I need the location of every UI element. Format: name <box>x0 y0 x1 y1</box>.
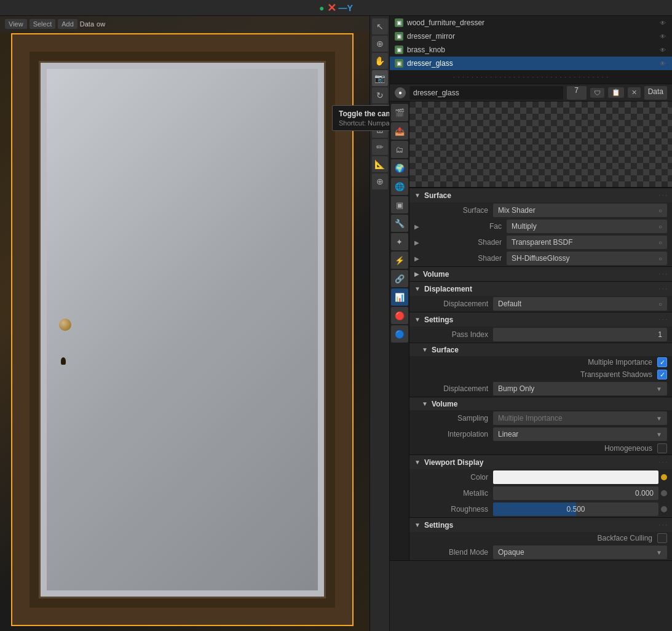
color-dot[interactable] <box>661 474 667 480</box>
data-delete[interactable]: ✕ <box>628 87 641 98</box>
top-bar: ● ✕ —Y <box>0 0 672 16</box>
displacement-section-title: Displacement <box>424 285 472 293</box>
axis-widget: ● ✕ —Y <box>319 1 353 15</box>
toolbar-move[interactable]: ✋ <box>372 53 388 69</box>
sampling-dropdown[interactable]: Multiple Importance ▼ <box>493 411 667 425</box>
blend-mode-label: Blend Mode <box>414 548 488 557</box>
tab-modifier[interactable]: 🔧 <box>391 215 408 232</box>
object-item[interactable]: ▣ dresser_mirror 👁 <box>390 30 672 43</box>
toolbar-measure[interactable]: 📐 <box>372 156 388 172</box>
toolbar-rotate[interactable]: ↻ <box>372 87 388 103</box>
fac-label: Fac <box>428 222 502 231</box>
object-item[interactable]: ▣ brass_knob 👁 <box>390 43 672 57</box>
obj-ctrl[interactable]: 👁 <box>658 18 667 27</box>
displacement2-row: Displacement Bump Only ▼ <box>409 381 672 397</box>
prop-tabs: 🎬 📤 🗂 🌍 🌐 ▣ 🔧 ✦ ⚡ 🔗 📊 🔴 🔵 <box>390 101 409 560</box>
data-name-input[interactable] <box>409 86 563 100</box>
homogeneous-label: Homogeneous <box>604 444 652 453</box>
settings-section-header[interactable]: ▼ Settings · · · <box>409 312 672 327</box>
color-label: Color <box>414 473 488 482</box>
color-picker[interactable] <box>493 470 658 484</box>
tab-scene[interactable]: 🌍 <box>391 159 408 177</box>
roughness-dot[interactable] <box>661 506 667 512</box>
tab-constraints[interactable]: 🔗 <box>391 270 408 287</box>
axis-y-label: —Y <box>339 3 353 13</box>
displacement2-dropdown[interactable]: Bump Only ▼ <box>493 382 667 395</box>
displacement-section-header[interactable]: ▼ Displacement · · · <box>409 281 672 296</box>
data-shield[interactable]: 🛡 <box>590 88 604 98</box>
volume-sub-header[interactable]: ▼ Volume <box>409 397 672 410</box>
obj-icon: ▣ <box>395 59 403 68</box>
tab-view-layer[interactable]: 🗂 <box>391 141 408 158</box>
metallic-dot[interactable] <box>661 490 667 496</box>
surface-section-header[interactable]: ▼ Surface · · · <box>409 188 672 202</box>
tab-shader[interactable]: 🔵 <box>391 325 408 343</box>
tab-particles[interactable]: ✦ <box>391 233 408 250</box>
settings-sub-header[interactable]: ▼ Settings · · · <box>409 517 672 532</box>
surface-prop-row: Surface Mix Shader ○ <box>409 202 672 218</box>
data-number: 7 <box>567 86 587 100</box>
data-type-dropdown[interactable]: Data <box>644 86 667 100</box>
backface-culling-label: Backface Culling <box>598 534 652 542</box>
homogeneous-checkbox[interactable] <box>657 443 667 453</box>
toolbar-add[interactable]: ⊕ <box>372 173 388 189</box>
tab-render[interactable]: 🎬 <box>391 104 408 121</box>
viewport[interactable]: View Select Add Data ow ↖ ⊕ ✋ 📷 ↻ ⇲ ⊞ ✏ … <box>0 16 389 631</box>
metallic-input[interactable] <box>493 486 658 500</box>
volume-section-title: Volume <box>423 270 449 279</box>
tab-material[interactable]: 🔴 <box>391 307 408 324</box>
interpolation-label: Interpolation <box>414 430 488 439</box>
color-row: Color <box>409 469 672 485</box>
surface-sub-header[interactable]: ▼ Surface <box>409 343 672 356</box>
tab-world[interactable]: 🌐 <box>391 178 408 195</box>
volume-sub-title: Volume <box>432 400 457 408</box>
shader2-dropdown[interactable]: SH-DiffuseGlossy ○ <box>507 252 667 265</box>
obj-ctrl[interactable]: 👁 <box>658 59 667 68</box>
preview-dots: · · · <box>661 104 670 111</box>
blend-mode-dropdown[interactable]: Opaque ▼ <box>493 546 667 559</box>
surface-label: Surface <box>414 206 488 215</box>
tooltip-title: Toggle the camera view <box>339 109 389 118</box>
fac-dropdown[interactable]: Multiply ○ <box>507 220 667 233</box>
surface-dropdown[interactable]: Mix Shader ○ <box>493 204 667 217</box>
toolbar-select[interactable]: ↖ <box>372 18 388 34</box>
toolbar-camera[interactable]: 📷 <box>372 70 388 86</box>
shader1-label: Shader <box>428 238 502 247</box>
obj-ctrl[interactable]: 👁 <box>658 46 667 54</box>
surface-sub: ▼ Surface Multiple Importance ✓ Transpar… <box>409 343 672 397</box>
list-scrollbar: · · · · · · · · · · · · · · · · · · · · … <box>390 70 672 84</box>
backface-culling-row: Backface Culling <box>409 532 672 544</box>
add-btn[interactable]: Add <box>58 19 77 29</box>
tab-data[interactable]: 📊 <box>391 288 408 306</box>
view-btn[interactable]: View <box>5 19 27 29</box>
displacement-arrow: ▼ <box>414 285 421 292</box>
obj-name: dresser_mirror <box>407 32 455 41</box>
shader1-dropdown[interactable]: Transparent BSDF ○ <box>507 236 667 249</box>
interpolation-dropdown[interactable]: Linear ▼ <box>493 427 667 441</box>
volume-section-header[interactable]: ▶ Volume · · · <box>409 266 672 281</box>
active-object-item[interactable]: ▣ dresser_glass 👁 <box>390 57 672 70</box>
tab-physics[interactable]: ⚡ <box>391 252 408 269</box>
select-btn[interactable]: Select <box>30 19 56 29</box>
toolbar-cursor[interactable]: ⊕ <box>372 36 388 52</box>
backface-culling-checkbox[interactable] <box>657 533 667 543</box>
props-panel[interactable]: ▼ Surface · · · Surface Mix Shader ○ <box>409 188 672 560</box>
toolbar-annotate[interactable]: ✏ <box>372 139 388 155</box>
obj-ctrl[interactable]: 👁 <box>658 32 667 41</box>
object-item[interactable]: ▣ wood_furniture_dresser 👁 <box>390 16 672 30</box>
pass-index-input[interactable] <box>493 328 667 341</box>
multiple-importance-label: Multiple Importance <box>588 358 652 367</box>
transparent-shadows-checkbox[interactable]: ✓ <box>657 370 667 379</box>
tab-output[interactable]: 📤 <box>391 122 408 140</box>
multiple-importance-checkbox[interactable]: ✓ <box>657 357 667 367</box>
roughness-slider[interactable]: 0.500 <box>493 502 658 516</box>
data-header-row: ● 7 🛡 📋 ✕ Data <box>390 84 672 101</box>
shader1-prop-row: ▶ Shader Transparent BSDF ○ <box>409 234 672 250</box>
tab-object[interactable]: ▣ <box>391 196 408 213</box>
sampling-label: Sampling <box>414 414 488 423</box>
displacement-label: Displacement <box>414 300 488 308</box>
viewport-display-header[interactable]: ▼ Viewport Display · · · <box>409 454 672 469</box>
displacement-dropdown[interactable]: Default ○ <box>493 297 667 311</box>
surface-sub-title: Surface <box>432 346 459 354</box>
data-copy[interactable]: 📋 <box>608 87 624 98</box>
